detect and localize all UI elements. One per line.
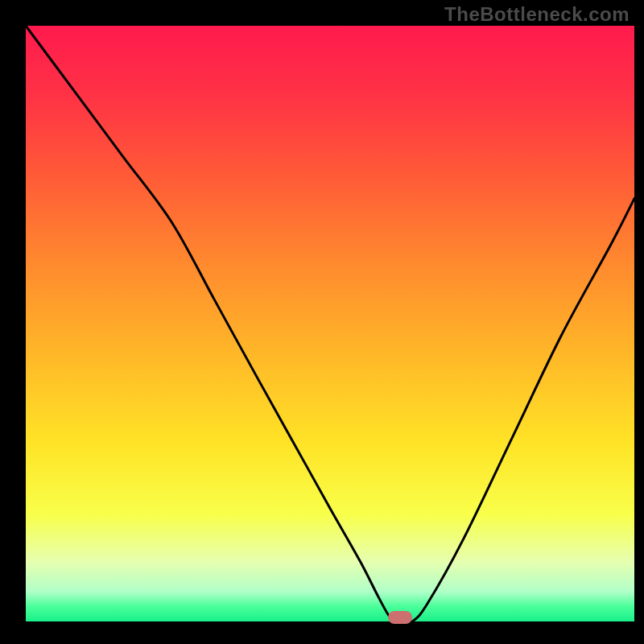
chart-frame: TheBottleneck.com [0,0,644,644]
bottleneck-chart [0,0,644,644]
watermark-text: TheBottleneck.com [444,3,630,26]
optimal-point-marker [388,611,412,624]
gradient-background [26,26,634,621]
